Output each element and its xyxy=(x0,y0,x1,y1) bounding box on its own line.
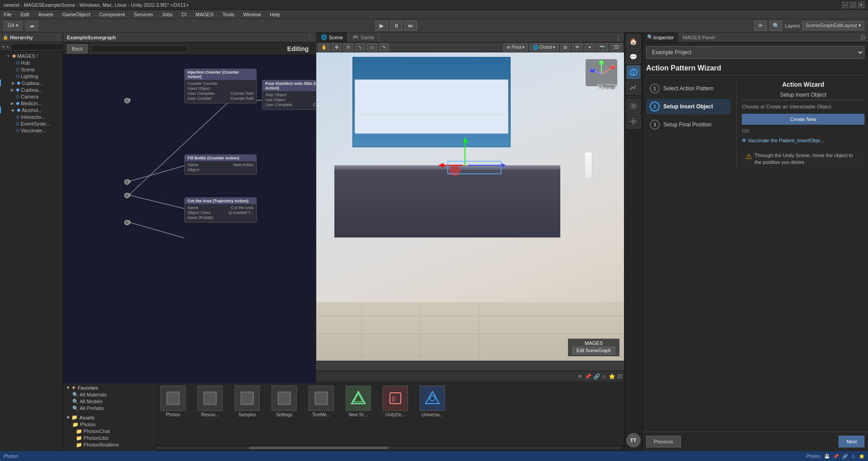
next-button[interactable]: Next xyxy=(839,436,864,447)
asset-newscene[interactable]: New Sc... xyxy=(343,386,374,417)
asset-samples[interactable]: Samples xyxy=(231,386,263,417)
move-icon-btn[interactable]: ✥ xyxy=(332,43,342,51)
visibility-button[interactable]: 👁 xyxy=(572,43,583,51)
scene-graph-search[interactable] xyxy=(91,45,188,52)
menu-item-edit[interactable]: Edit xyxy=(19,11,31,18)
pin-status-icon[interactable]: 📌 xyxy=(833,454,839,459)
tree-item-vaccinate[interactable]: ◇ Vaccinate... xyxy=(0,127,63,134)
node-fill-bottle[interactable]: Fill Bottle (Counter Action) NameNew Act… xyxy=(184,154,257,175)
asset-settings[interactable]: Settings xyxy=(268,386,300,417)
wizard-step-1[interactable]: 1 Select Action Pattern xyxy=(646,81,731,96)
settings2-icon-btn[interactable] xyxy=(626,99,641,113)
link-status-icon[interactable]: 🔗 xyxy=(842,454,848,459)
layout-dropdown[interactable]: SceneGraphEditLayout ▾ xyxy=(802,21,864,30)
back-button[interactable]: Back xyxy=(67,44,88,53)
tree-item-scene[interactable]: ◇ Scene xyxy=(0,66,63,73)
asset-resources[interactable]: Resour... xyxy=(194,386,226,417)
photonrealtime-item[interactable]: 📁 PhotonRealtime xyxy=(65,442,151,448)
avatar-button[interactable]: TT xyxy=(626,433,641,447)
save-icon[interactable]: 💾 xyxy=(824,454,830,459)
wizard-step-3[interactable]: 3 Setup Final Position xyxy=(646,117,731,132)
menu-item-file[interactable]: File xyxy=(2,11,14,18)
effects-button[interactable]: ✦ xyxy=(585,43,595,51)
all-prefabs-item[interactable]: 🔍 All Prefabs xyxy=(65,405,151,412)
tree-item-mages[interactable]: ▾ ◆ MAGES ! xyxy=(0,52,63,59)
menu-item-gameobject[interactable]: GameObject xyxy=(61,11,92,18)
menu-item-mages[interactable]: MAGES xyxy=(194,11,216,18)
editor-icon-btn[interactable]: ✎ xyxy=(379,43,389,51)
photonlibs-item[interactable]: 📁 PhotonLibs xyxy=(65,435,151,442)
menu-item-ci[interactable]: CI xyxy=(180,11,188,18)
star-icon[interactable]: ⭐ xyxy=(609,373,615,380)
asset-universal[interactable]: Universa... xyxy=(417,386,448,417)
tree-item-hub[interactable]: ◇ Hub xyxy=(0,59,63,66)
menu-item-assets[interactable]: Assets xyxy=(37,11,55,18)
assets-section[interactable]: ▾ 📁 Assets xyxy=(65,414,151,421)
mode-2d-button[interactable]: 2D xyxy=(610,43,622,51)
node-pour-disinfectant[interactable]: Pour Disinfect onto Skin (Use Action) St… xyxy=(262,80,316,110)
rotate-icon-btn[interactable]: ↻ xyxy=(343,43,353,51)
mages-panel-tab[interactable]: MAGES Panel xyxy=(678,33,719,42)
play-button[interactable]: ▶ xyxy=(375,21,388,31)
close-button[interactable]: ✕ xyxy=(858,2,864,8)
scale-icon-btn[interactable]: ⤡ xyxy=(355,43,365,51)
tree-item-alcohol[interactable]: ▶ ◆ Alcohol... xyxy=(0,107,63,113)
history-button[interactable]: ⟳ xyxy=(754,21,767,31)
tree-item-interaction[interactable]: ◇ Interactio... xyxy=(0,113,63,120)
menu-icon[interactable]: ⋮ xyxy=(55,34,60,40)
node-injection-counter[interactable]: Injection Counter (Counter Action) Count… xyxy=(184,69,257,103)
all-materials-item[interactable]: 🔍 All Materials xyxy=(65,391,151,398)
create-new-button[interactable]: Create New xyxy=(742,114,864,125)
eye-icon[interactable]: 👁 xyxy=(577,373,583,380)
game-tab[interactable]: 🎮 Game xyxy=(348,33,379,42)
home-icon-btn[interactable]: 🏠 xyxy=(626,34,641,49)
scene-graph-menu-icon[interactable]: ⋮ xyxy=(307,34,312,40)
maximize-button[interactable]: □ xyxy=(850,2,856,8)
da-dropdown[interactable]: DA ▾ xyxy=(4,21,23,31)
warning-status-icon[interactable]: ⚠ xyxy=(851,454,855,459)
menu-item-tools[interactable]: Tools xyxy=(221,11,236,18)
search-button[interactable]: 🔍 xyxy=(769,21,782,31)
global-button[interactable]: 🌐 Global ▾ xyxy=(530,43,558,51)
tree-item-medicine[interactable]: ▶ ◆ Medicin... xyxy=(0,100,63,107)
vaccinate-object-item[interactable]: ⊕ Vaccinate the Patient_InsertObje... xyxy=(742,137,864,143)
minimize-button[interactable]: ─ xyxy=(842,2,848,8)
tree-item-lighting[interactable]: ◇ Lighting xyxy=(0,73,63,79)
menu-item-services[interactable]: Services xyxy=(132,11,155,18)
gear-icon-btn[interactable] xyxy=(626,114,641,129)
camera-button[interactable]: 📷 xyxy=(596,43,608,51)
tree-item-cupboard1[interactable]: ▶ ◆ Cupboa... xyxy=(0,79,63,86)
photon-folder-item[interactable]: 📁 Photon xyxy=(65,421,151,428)
menu-item-help[interactable]: Help xyxy=(268,11,282,18)
project-select[interactable]: Example Project xyxy=(646,46,864,59)
transform-icon-btn[interactable]: ✋ xyxy=(318,43,330,51)
asset-textmesh[interactable]: TextMe... xyxy=(305,386,337,417)
cloud-button[interactable]: ☁ xyxy=(25,21,38,31)
menu-item-component[interactable]: Component xyxy=(97,11,127,18)
link-icon[interactable]: 🔗 xyxy=(593,373,600,380)
node-canvas[interactable]: Injection Counter (Counter Action) Count… xyxy=(63,55,316,383)
inspector-tab[interactable]: 🔍 Inspector xyxy=(643,33,678,42)
tree-item-eventsystem[interactable]: ◇ EventSyste... xyxy=(0,120,63,127)
rect-icon-btn[interactable]: ▭ xyxy=(367,43,377,51)
chart-icon-btn[interactable] xyxy=(626,80,641,95)
previous-button[interactable]: Previous xyxy=(646,436,681,447)
pause-button[interactable]: ⏸ xyxy=(390,21,403,31)
asset-unityde[interactable]: {} UnityDe... xyxy=(380,386,411,417)
tree-item-camera[interactable]: ◇ Camera xyxy=(0,93,63,100)
warning-icon[interactable]: ⚠ xyxy=(602,373,607,380)
wizard-step-2[interactable]: 2 Setup Insert Object xyxy=(646,99,731,114)
add-hierarchy-button[interactable]: + xyxy=(2,44,5,50)
asset-photon[interactable]: Photon xyxy=(157,386,189,417)
menu-item-jobs[interactable]: Jobs xyxy=(160,11,174,18)
star-status-icon[interactable]: ⭐ xyxy=(859,454,864,459)
tree-item-cupboard2[interactable]: ▶ ◆ Cupboa... xyxy=(0,86,63,93)
scrollbar-thumb[interactable] xyxy=(249,447,389,449)
scene-tab[interactable]: 🌐 Scene xyxy=(316,33,348,42)
photonchat-item[interactable]: 📁 PhotonChat xyxy=(65,428,151,435)
step-button[interactable]: ⏭ xyxy=(404,21,417,31)
action-icon-btn[interactable] xyxy=(626,65,641,79)
chat-icon-btn[interactable]: 💬 xyxy=(626,50,641,64)
pin-icon[interactable]: 📌 xyxy=(585,373,591,380)
pivot-button[interactable]: ⊕ Pivot ▾ xyxy=(503,43,528,51)
